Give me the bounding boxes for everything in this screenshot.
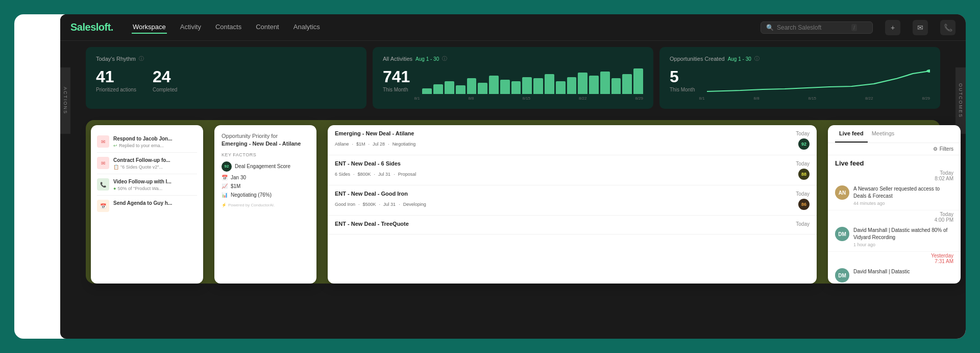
app-window: Salesloft. Workspace Activity Contacts C… bbox=[60, 14, 966, 339]
opportunities-chart bbox=[707, 68, 930, 94]
calendar-icon-3: 📅 bbox=[97, 200, 109, 212]
opportunities-panel: Opportunities Created Aug 1 - 30 ⓘ 5 Thi… bbox=[659, 47, 940, 109]
livefeed-tab-meetings[interactable]: Meetings bbox=[868, 125, 899, 143]
opportunity-priority-card: Opportunity Priority for Emerging - New … bbox=[214, 125, 316, 284]
email-icon-0: ✉ bbox=[97, 135, 109, 148]
opportunities-info-icon[interactable]: ⓘ bbox=[754, 55, 760, 62]
filter-icon: ⚙ bbox=[933, 146, 938, 152]
livefeed-yesterday-header: Yesterday 7:31 AM bbox=[828, 252, 961, 264]
search-input[interactable] bbox=[777, 24, 848, 31]
outer-frame: Salesloft. Workspace Activity Contacts C… bbox=[14, 14, 966, 339]
chart-x-labels: 8/1 8/8 8/15 8/22 8/29 bbox=[414, 96, 643, 101]
nav-analytics[interactable]: Analytics bbox=[292, 21, 321, 34]
nav-content[interactable]: Content bbox=[255, 21, 280, 34]
rhythm-info-icon[interactable]: ⓘ bbox=[139, 55, 144, 62]
rhythm-title: Today's Rhythm ⓘ bbox=[96, 55, 356, 62]
search-slash-key: / bbox=[851, 24, 857, 31]
livefeed-item-0[interactable]: AN A Newsaro Seller requested access to … bbox=[828, 181, 961, 210]
factor-amount: 📈 $1M bbox=[222, 183, 309, 189]
deal-item-3[interactable]: ENT - New Deal - TreeQuote Today bbox=[328, 216, 817, 234]
activity-item-2[interactable]: 📞 Video Follow-up with I... ● 50% of "Pr… bbox=[97, 174, 197, 196]
livefeed-title: Live feed bbox=[828, 155, 961, 169]
activities-chart bbox=[422, 68, 643, 94]
chart-factor-icon: 📊 bbox=[222, 192, 228, 198]
opp-chart-x-labels: 8/1 8/8 8/15 8/22 8/29 bbox=[699, 96, 930, 101]
activities-info-icon[interactable]: ⓘ bbox=[442, 55, 447, 62]
livefeed-tabs: Live feed Meetings bbox=[828, 125, 961, 143]
top-navigation: Salesloft. Workspace Activity Contacts C… bbox=[60, 14, 966, 41]
prioritized-metric: 41 Prioritized actions bbox=[96, 68, 136, 92]
email-icon-1: ✉ bbox=[97, 157, 109, 169]
deals-list-card: Emerging - New Deal - Atilane Today Atil… bbox=[328, 125, 817, 284]
activity-item-0[interactable]: ✉ Respond to Jacob Jon... ↩ Replied to y… bbox=[97, 131, 197, 153]
rhythm-metrics: 41 Prioritized actions 24 Completed bbox=[96, 68, 356, 92]
livefeed-today-header: Today 8:02 AM bbox=[828, 169, 961, 181]
deal-item-0[interactable]: Emerging - New Deal - Atilane Today Atil… bbox=[328, 125, 817, 155]
livefeed-avatar-1: DM bbox=[835, 227, 849, 241]
livefeed-avatar-0: AN bbox=[835, 185, 849, 200]
livefeed-filter-bar: ⚙ Filters bbox=[828, 143, 961, 155]
deal-score-0: 92 bbox=[798, 138, 810, 150]
activity-list-card: ✉ Respond to Jacob Jon... ↩ Replied to y… bbox=[91, 125, 203, 284]
svg-point-0 bbox=[926, 69, 930, 73]
activities-title: All Activities Aug 1 - 30 ⓘ bbox=[383, 55, 643, 62]
nav-workspace[interactable]: Workspace bbox=[132, 21, 167, 34]
livefeed-card: Live feed Meetings ⚙ Filters Live feed T… bbox=[828, 125, 961, 284]
add-button[interactable]: + bbox=[885, 20, 900, 35]
powered-by-label: ⚡ Powered by ConductorAI. bbox=[222, 203, 309, 207]
activity-item-3[interactable]: 📅 Send Agenda to Guy h... bbox=[97, 196, 197, 216]
activities-metric: 741 This Month bbox=[383, 68, 410, 92]
livefeed-item-2[interactable]: DM David Marshall | Datastic bbox=[828, 264, 961, 284]
opportunities-title: Opportunities Created Aug 1 - 30 ⓘ bbox=[670, 55, 930, 62]
livefeed-today2-header: Today 4:00 PM bbox=[828, 210, 961, 223]
dollar-factor-icon: 📈 bbox=[222, 183, 228, 189]
deal-score-2: 86 bbox=[798, 199, 810, 210]
completed-metric: 24 Completed bbox=[153, 68, 177, 92]
livefeed-tab-feed[interactable]: Live feed bbox=[835, 125, 868, 143]
rhythm-panel: Today's Rhythm ⓘ 41 Prioritized actions … bbox=[86, 47, 366, 109]
livefeed-item-1[interactable]: DM David Marshall | Datastic watched 80%… bbox=[828, 223, 961, 252]
factor-stage: 📊 Negotiating (76%) bbox=[222, 192, 309, 198]
factor-score: 92 Deal Engagement Score bbox=[222, 161, 309, 172]
factor-date: 📅 Jan 30 bbox=[222, 175, 309, 180]
search-bar[interactable]: 🔍 / bbox=[761, 21, 873, 34]
livefeed-avatar-2: DM bbox=[835, 268, 849, 283]
deal-item-2[interactable]: ENT - New Deal - Good Iron Today Good Ir… bbox=[328, 185, 817, 216]
phone-icon-2: 📞 bbox=[97, 178, 109, 191]
deal-item-1[interactable]: ENT - New Deal - 6 Sides Today 6 Sides ·… bbox=[328, 155, 817, 185]
activities-panel: All Activities Aug 1 - 30 ⓘ 741 This Mon… bbox=[373, 47, 653, 109]
priority-card-title: Opportunity Priority for Emerging - New … bbox=[222, 132, 309, 148]
opportunities-metric: 5 This Month bbox=[670, 68, 695, 92]
app-logo: Salesloft. bbox=[70, 21, 113, 33]
deal-score-1: 88 bbox=[798, 169, 810, 180]
messages-button[interactable]: ✉ bbox=[913, 20, 928, 35]
calendar-factor-icon: 📅 bbox=[222, 175, 228, 180]
phone-button[interactable]: 📞 bbox=[940, 20, 955, 35]
activity-item-1[interactable]: ✉ Contract Follow-up fo... 📋 "6 Sides Qu… bbox=[97, 153, 197, 174]
nav-contacts[interactable]: Contacts bbox=[214, 21, 242, 34]
nav-activity[interactable]: Activity bbox=[179, 21, 202, 34]
